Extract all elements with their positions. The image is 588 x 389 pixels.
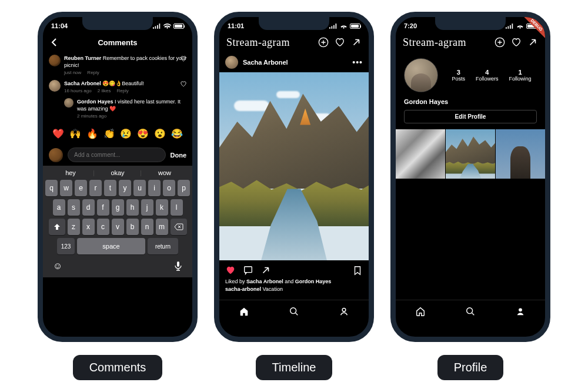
heart-icon[interactable]: [181, 56, 186, 62]
avatar[interactable]: [49, 80, 61, 92]
caption-user[interactable]: sacha-arbonel: [225, 286, 261, 292]
key-q[interactable]: q: [45, 180, 58, 196]
add-icon[interactable]: [318, 37, 329, 48]
suggestion[interactable]: okay: [94, 169, 141, 176]
emoji-option[interactable]: 😂: [171, 128, 183, 139]
comment-item[interactable]: Sacha Arbonel 😍😋👌Beautiful! 16 hours ago…: [49, 80, 186, 95]
header-title: Comments: [58, 38, 177, 47]
mic-icon[interactable]: [174, 261, 182, 274]
key-t[interactable]: t: [104, 180, 116, 196]
bookmark-icon[interactable]: [352, 265, 363, 276]
key-y[interactable]: y: [119, 180, 131, 196]
search-tab-icon[interactable]: [465, 306, 476, 317]
edit-profile-button[interactable]: Edit Profile: [404, 110, 537, 123]
more-icon[interactable]: •••: [352, 58, 363, 67]
post-thumb[interactable]: [396, 129, 445, 179]
emoji-option[interactable]: 🔥: [86, 128, 98, 139]
key-n[interactable]: n: [141, 219, 153, 235]
done-button[interactable]: Done: [171, 152, 187, 159]
post-image[interactable]: [219, 72, 369, 260]
key-p[interactable]: p: [178, 180, 190, 196]
key-e[interactable]: e: [75, 180, 87, 196]
key-d[interactable]: d: [82, 199, 95, 216]
like-icon[interactable]: [225, 265, 236, 276]
liker[interactable]: Gordon Hayes: [295, 279, 332, 284]
key-m[interactable]: m: [156, 219, 168, 235]
home-tab-icon[interactable]: [239, 306, 249, 317]
post-author[interactable]: Sacha Arbonel: [243, 59, 288, 66]
share-arrow-icon[interactable]: [260, 265, 271, 276]
key-u[interactable]: u: [133, 180, 146, 196]
suggestion[interactable]: hey: [47, 169, 94, 176]
comment-icon[interactable]: [243, 265, 253, 276]
reply-link[interactable]: Reply: [87, 70, 99, 76]
key-space[interactable]: space: [77, 238, 145, 254]
key-r[interactable]: r: [89, 180, 102, 196]
status-time: 11:01: [228, 22, 244, 29]
key-l[interactable]: l: [171, 199, 183, 216]
add-icon[interactable]: [495, 37, 505, 48]
comment-item[interactable]: Reuben Turner Remember to pack cookies f…: [49, 55, 186, 76]
suggestion[interactable]: wow: [141, 169, 188, 176]
key-numbers[interactable]: 123: [57, 238, 75, 254]
key-g[interactable]: g: [112, 199, 124, 216]
key-return[interactable]: return: [148, 238, 178, 254]
profile-tab-icon[interactable]: [515, 306, 526, 317]
heart-icon[interactable]: [335, 37, 345, 48]
comment-reply-item[interactable]: Gordon Hayes I visited here last summer.…: [64, 98, 186, 120]
heart-icon[interactable]: [511, 37, 522, 48]
key-a[interactable]: a: [53, 199, 65, 216]
avatar[interactable]: [49, 55, 61, 66]
comment-likes[interactable]: 2 likes: [98, 88, 111, 95]
key-w[interactable]: w: [60, 180, 72, 196]
key-b[interactable]: b: [126, 219, 139, 235]
brand-logo[interactable]: Stream-agram: [226, 36, 290, 49]
emoji-option[interactable]: 🙌: [69, 128, 81, 139]
back-icon[interactable]: [50, 38, 58, 46]
post-thumb[interactable]: [446, 129, 495, 179]
home-tab-icon[interactable]: [415, 306, 426, 317]
avatar[interactable]: [64, 98, 74, 108]
status-time: 11:04: [51, 22, 68, 29]
search-tab-icon[interactable]: [289, 306, 299, 317]
emoji-option[interactable]: ❤️: [52, 128, 64, 139]
brand-logo[interactable]: Stream-agram: [403, 36, 466, 49]
key-backspace[interactable]: [171, 219, 187, 235]
reply-link[interactable]: Reply: [116, 88, 128, 95]
key-z[interactable]: z: [68, 219, 80, 235]
emoji-option[interactable]: 😍: [137, 128, 149, 139]
header: Stream-agram: [396, 32, 545, 52]
key-row: asdfghjkl: [45, 199, 191, 216]
emoji-keyboard-icon[interactable]: ☺: [53, 261, 62, 274]
key-s[interactable]: s: [68, 199, 80, 216]
key-c[interactable]: c: [97, 219, 109, 235]
key-k[interactable]: k: [156, 199, 168, 216]
key-x[interactable]: x: [82, 219, 95, 235]
stat-following[interactable]: 1Following: [509, 69, 532, 82]
comment-input[interactable]: [68, 147, 166, 162]
key-i[interactable]: i: [148, 180, 161, 196]
emoji-option[interactable]: 😢: [120, 128, 132, 139]
key-v[interactable]: v: [112, 219, 124, 235]
heart-icon[interactable]: [181, 81, 186, 87]
avatar-large[interactable]: [404, 58, 438, 92]
liker[interactable]: Sacha Arbonel: [246, 279, 283, 284]
emoji-option[interactable]: 👏: [103, 128, 115, 139]
key-h[interactable]: h: [126, 199, 139, 216]
stat-followers[interactable]: 4Followers: [476, 69, 499, 82]
key-j[interactable]: j: [141, 199, 153, 216]
avatar-self[interactable]: [49, 148, 63, 162]
svg-rect-7: [333, 25, 335, 28]
stat-posts[interactable]: 3Posts: [452, 69, 465, 82]
key-f[interactable]: f: [97, 199, 109, 216]
key-shift[interactable]: [49, 219, 65, 235]
profile-tab-icon[interactable]: [339, 306, 349, 317]
share-icon[interactable]: [351, 37, 362, 48]
svg-rect-2: [157, 25, 158, 28]
avatar[interactable]: [225, 56, 238, 69]
share-icon[interactable]: [527, 37, 538, 48]
post-thumb[interactable]: [496, 129, 545, 179]
emoji-option[interactable]: 😮: [154, 128, 166, 139]
svg-rect-0: [153, 27, 154, 29]
key-o[interactable]: o: [163, 180, 175, 196]
